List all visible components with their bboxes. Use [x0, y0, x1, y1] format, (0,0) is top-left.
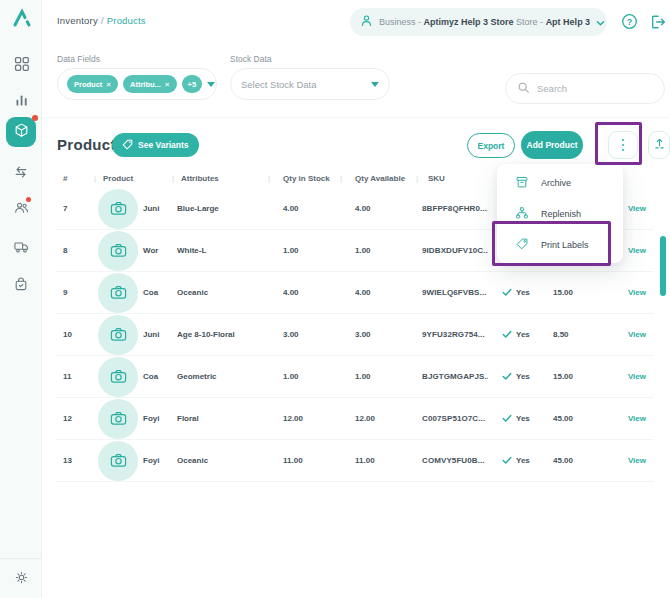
- menu-item-replenish[interactable]: Replenish: [497, 198, 623, 229]
- sidebar-item-settings[interactable]: [0, 562, 42, 592]
- print-labels-tag-icon: [515, 237, 529, 253]
- search-input[interactable]: [537, 83, 647, 94]
- breadcrumb-current[interactable]: Products: [107, 15, 146, 26]
- product-image-placeholder[interactable]: [98, 441, 138, 481]
- menu-item-label: Print Labels: [541, 240, 589, 250]
- view-link[interactable]: View: [628, 246, 646, 255]
- data-fields-multiselect[interactable]: Product × Attribu... × +5: [57, 68, 217, 100]
- sku-cell: C007SP51O7C...: [416, 414, 488, 423]
- truck-icon: [13, 238, 30, 255]
- people-icon: [13, 199, 30, 216]
- col-header-attributes[interactable]: Attributes: [172, 174, 268, 183]
- col-header-qty-available[interactable]: Qty Available: [340, 174, 416, 183]
- qty-available-cell: 3.00: [340, 330, 416, 339]
- chip-label: Product: [74, 80, 102, 89]
- product-image-placeholder[interactable]: [98, 189, 138, 229]
- check-icon: [502, 456, 512, 465]
- qty-available-cell: 4.00: [340, 204, 416, 213]
- check-icon: [502, 330, 512, 339]
- sidebar-item-orders[interactable]: [0, 269, 42, 299]
- more-actions-menu: Archive Replenish Print Labels: [497, 164, 623, 263]
- menu-item-print-labels[interactable]: Print Labels: [497, 229, 623, 260]
- person-icon: [360, 13, 373, 31]
- sidebar-item-transfers[interactable]: [0, 157, 42, 187]
- sidebar-item-deliveries[interactable]: [0, 231, 42, 261]
- price-cell: 15.00: [540, 288, 592, 297]
- gear-icon: [14, 570, 29, 585]
- col-header-sku[interactable]: SKU: [416, 174, 488, 183]
- export-button[interactable]: Export: [467, 133, 515, 158]
- chevron-down-icon[interactable]: [207, 82, 215, 87]
- camera-icon: [109, 241, 128, 260]
- variants-tag-icon: [122, 139, 133, 152]
- menu-item-archive[interactable]: Archive: [497, 167, 623, 198]
- col-header-num[interactable]: #: [56, 174, 94, 183]
- import-upload-button[interactable]: [648, 131, 670, 159]
- product-name: Wor: [143, 246, 158, 255]
- add-product-button[interactable]: Add Product: [521, 131, 583, 159]
- sku-cell: 9IDBXDUFV10C...: [416, 246, 488, 255]
- sidebar-item-customers[interactable]: [0, 192, 42, 222]
- table-row[interactable]: 11 Coa Geometric 1.00 1.00 BJGTGMGAPJS..…: [56, 356, 654, 398]
- search-box[interactable]: [505, 73, 665, 104]
- stock-data-placeholder: Select Stock Data: [241, 79, 317, 90]
- help-button[interactable]: ?: [621, 13, 638, 30]
- sidebar-item-dashboard[interactable]: [0, 48, 42, 78]
- sellable-value: Yes: [516, 414, 530, 423]
- product-image-placeholder[interactable]: [98, 399, 138, 439]
- chevron-down-icon[interactable]: [371, 82, 379, 87]
- chip-remove-icon[interactable]: ×: [106, 80, 111, 89]
- qty-in-stock-cell: 11.00: [268, 456, 340, 465]
- sidebar-item-inventory-active[interactable]: [6, 117, 36, 147]
- table-row[interactable]: 10 Juni Age 8-10-Floral 3.00 3.00 9YFU32…: [56, 314, 654, 356]
- check-icon: [502, 288, 512, 297]
- svg-text:?: ?: [627, 17, 632, 27]
- product-image-placeholder[interactable]: [98, 273, 138, 313]
- vertical-scrollbar-thumb[interactable]: [660, 236, 666, 296]
- product-image-placeholder[interactable]: [98, 357, 138, 397]
- view-link[interactable]: View: [628, 330, 646, 339]
- table-row[interactable]: 9 Coa Oceanic 4.00 4.00 9WIELQ6FVBS...: [56, 272, 654, 314]
- sidebar-item-reports[interactable]: [0, 85, 42, 115]
- attributes-cell: Geometric: [172, 372, 268, 381]
- sellable-cell: Yes: [502, 456, 540, 465]
- qty-in-stock-cell: 4.00: [268, 288, 340, 297]
- see-variants-label: See Variants: [138, 140, 189, 150]
- see-variants-button[interactable]: See Variants: [112, 133, 199, 157]
- price-cell: 15.00: [540, 372, 592, 381]
- sku-cell: 8BFPF8QFHR0...: [416, 204, 488, 213]
- product-image-placeholder[interactable]: [98, 315, 138, 355]
- filter-chip-attributes[interactable]: Attribu... ×: [123, 75, 177, 93]
- more-actions-kebab-button[interactable]: [608, 131, 638, 159]
- stock-data-select[interactable]: Select Stock Data: [230, 68, 390, 100]
- row-number: 7: [56, 204, 94, 213]
- data-fields-label: Data Fields: [57, 54, 100, 64]
- row-number: 8: [56, 246, 94, 255]
- chip-remove-icon[interactable]: ×: [165, 80, 170, 89]
- sellable-cell: Yes: [502, 288, 540, 297]
- cube-icon: [13, 122, 30, 143]
- filter-chip-product[interactable]: Product ×: [67, 75, 118, 93]
- view-link[interactable]: View: [628, 288, 646, 297]
- col-header-product[interactable]: Product: [94, 174, 172, 183]
- product-name: Coa: [143, 288, 158, 297]
- business-store-selector[interactable]: Business - Aptimyz Help 3 Store Store - …: [350, 8, 607, 36]
- col-header-qty-in-stock[interactable]: Qty in Stock: [268, 174, 340, 183]
- view-link[interactable]: View: [628, 204, 646, 213]
- view-link[interactable]: View: [628, 372, 646, 381]
- table-row[interactable]: 13 Foyi Oceanic 11.00 11.00 COMVY5FU0B..…: [56, 440, 654, 482]
- breadcrumb-section[interactable]: Inventory: [57, 15, 98, 26]
- qty-in-stock-cell: 1.00: [268, 246, 340, 255]
- view-link[interactable]: View: [628, 456, 646, 465]
- table-row[interactable]: 12 Foyi Floral 12.00 12.00 C007SP51O7C..…: [56, 398, 654, 440]
- brand-logo-icon[interactable]: [11, 7, 33, 29]
- sellable-value: Yes: [516, 372, 530, 381]
- view-link[interactable]: View: [628, 414, 646, 423]
- more-chips-badge[interactable]: +5: [182, 75, 203, 93]
- sku-cell: BJGTGMGAPJS...: [416, 372, 488, 381]
- price-cell: 45.00: [540, 414, 592, 423]
- logout-button[interactable]: [649, 13, 666, 30]
- camera-icon: [109, 367, 128, 386]
- qty-available-cell: 4.00: [340, 288, 416, 297]
- product-image-placeholder[interactable]: [98, 231, 138, 271]
